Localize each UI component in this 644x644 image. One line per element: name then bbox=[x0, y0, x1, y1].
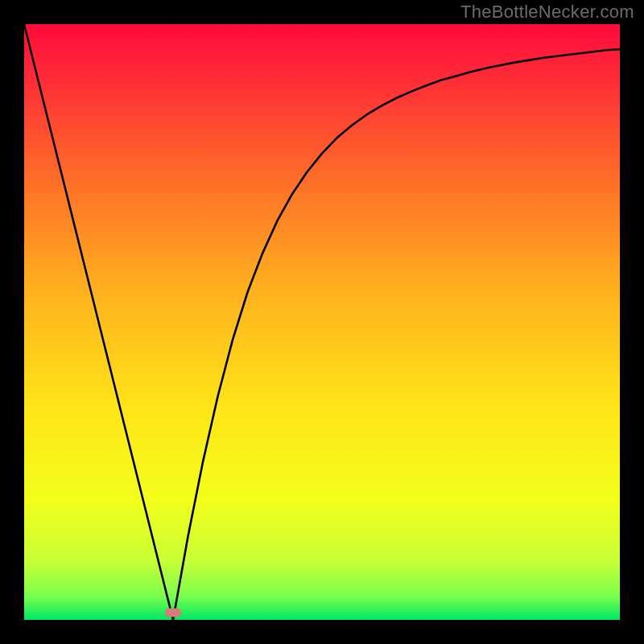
chart-frame: TheBottleNecker.com bbox=[0, 0, 644, 644]
min-point-marker bbox=[165, 609, 181, 617]
watermark-label: TheBottleNecker.com bbox=[460, 2, 634, 23]
chart-plot bbox=[24, 24, 620, 620]
chart-svg bbox=[24, 24, 620, 620]
gradient-background bbox=[24, 24, 620, 620]
